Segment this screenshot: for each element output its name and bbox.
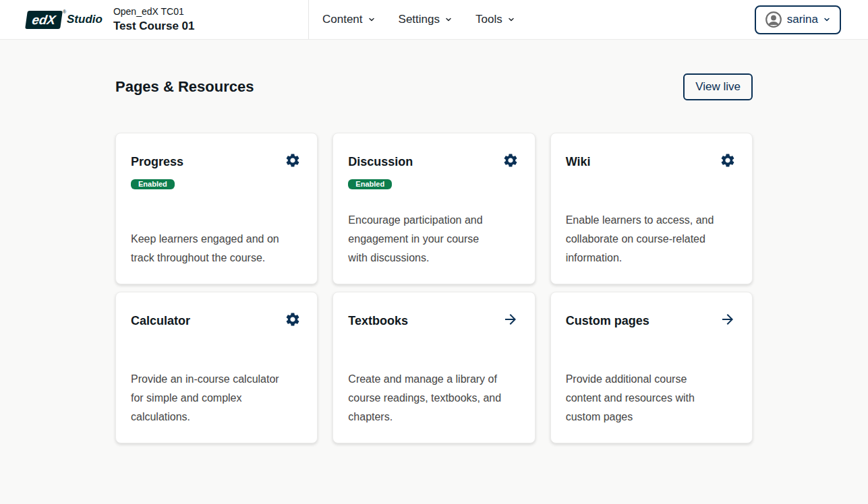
avatar-icon [765, 11, 782, 28]
view-live-button[interactable]: View live [683, 73, 753, 100]
arrow-forward-icon[interactable] [502, 311, 519, 327]
page-head: Pages & Resources View live [115, 73, 753, 100]
card-textbooks: Textbooks Create and manage a library of… [332, 292, 535, 443]
card-description: Encourage participation and engagement i… [348, 211, 491, 267]
status-badge: Enabled [348, 179, 392, 189]
header-left: edX ® Studio Open_edX TC01 Test Course 0… [0, 0, 309, 39]
course-org-label: Open_edX TC01 [113, 6, 195, 18]
card-custom-pages: Custom pages Provide additional course c… [550, 292, 753, 443]
edx-logo-box: edX [25, 11, 63, 29]
nav-settings-label: Settings [399, 13, 440, 26]
card-wiki: Wiki Enable learners to access, and coll… [550, 133, 753, 284]
arrow-forward-icon[interactable] [720, 311, 736, 327]
card-description: Create and manage a library of course re… [348, 370, 509, 427]
card-head: Wiki [566, 154, 736, 170]
card-description: Keep learners engaged and on track throu… [131, 230, 291, 267]
card-head: Custom pages [566, 313, 736, 329]
settings-icon[interactable] [285, 152, 301, 168]
studio-logo-text: Studio [67, 13, 103, 26]
chevron-down-icon [368, 15, 376, 24]
registered-mark: ® [63, 9, 66, 14]
card-head: Progress [131, 154, 301, 170]
status-badge: Enabled [131, 179, 175, 189]
nav-tools[interactable]: Tools [475, 13, 515, 26]
chevron-down-icon [507, 15, 515, 24]
edx-logo-text: edX [31, 12, 57, 27]
main-nav: Content Settings Tools [322, 13, 515, 26]
chevron-down-icon [823, 15, 831, 24]
user-menu-button[interactable]: sarina [755, 5, 841, 34]
card-title: Custom pages [566, 313, 649, 329]
nav-tools-label: Tools [475, 13, 502, 26]
settings-icon[interactable] [720, 152, 736, 168]
course-title: Test Course 01 [113, 19, 195, 33]
nav-settings[interactable]: Settings [399, 13, 453, 26]
card-head: Textbooks [348, 313, 518, 329]
card-title: Discussion [348, 154, 413, 170]
card-title: Progress [131, 154, 183, 170]
nav-content-label: Content [322, 13, 363, 26]
settings-icon[interactable] [285, 311, 301, 327]
card-title: Calculator [131, 313, 190, 329]
card-description: Provide an in-course calculator for simp… [131, 370, 291, 427]
header: edX ® Studio Open_edX TC01 Test Course 0… [0, 0, 868, 40]
main-content: Pages & Resources View live Progress Ena… [115, 73, 753, 443]
card-title: Wiki [566, 154, 591, 170]
settings-icon[interactable] [502, 152, 519, 168]
edx-studio-logo[interactable]: edX ® Studio [26, 11, 103, 29]
page-title: Pages & Resources [115, 78, 254, 96]
card-head: Discussion [348, 154, 518, 170]
card-description: Enable learners to access, and collabora… [566, 211, 726, 267]
user-name: sarina [787, 13, 818, 26]
card-calculator: Calculator Provide an in-course calculat… [115, 292, 318, 443]
card-title: Textbooks [348, 313, 408, 329]
cards-grid: Progress Enabled Keep learners engaged a… [115, 133, 753, 443]
card-discussion: Discussion Enabled Encourage participati… [332, 133, 535, 284]
chevron-down-icon [444, 15, 453, 24]
card-progress: Progress Enabled Keep learners engaged a… [115, 133, 318, 284]
card-description: Provide additional course content and re… [566, 370, 707, 427]
nav-content[interactable]: Content [322, 13, 376, 26]
card-head: Calculator [131, 313, 301, 329]
course-info: Open_edX TC01 Test Course 01 [113, 6, 195, 33]
